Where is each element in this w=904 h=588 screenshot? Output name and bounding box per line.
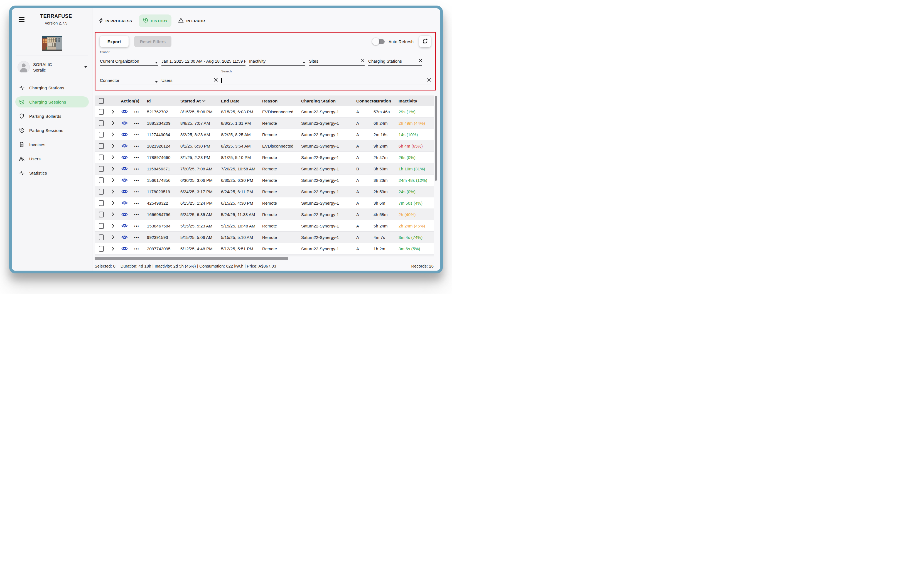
menu-icon[interactable]	[18, 16, 25, 23]
users-field[interactable]: Users	[161, 74, 218, 85]
connector-select[interactable]: Connector	[100, 74, 158, 85]
expand-row-button[interactable]	[107, 190, 120, 193]
organization-selector[interactable]: SORALIC Soralic	[15, 58, 89, 76]
row-checkbox[interactable]	[95, 166, 107, 172]
search-input[interactable]: Search	[221, 74, 431, 85]
table-row: ••• 1538467584 5/15/25, 5:23 AM 5/15/25,…	[95, 220, 434, 231]
eye-icon[interactable]	[120, 144, 132, 148]
duration: 6h 24m	[372, 121, 397, 126]
date-range-field[interactable]: Jan 1, 2025 12:00 AM - Aug 18, 2025 11:5…	[161, 55, 245, 66]
row-checkbox[interactable]	[95, 143, 107, 149]
row-menu-button[interactable]: •••	[132, 133, 146, 137]
row-menu-button[interactable]: •••	[132, 247, 146, 251]
expand-row-button[interactable]	[107, 212, 120, 217]
row-menu-button[interactable]: •••	[132, 212, 146, 217]
row-checkbox[interactable]	[95, 223, 107, 229]
row-checkbox[interactable]	[95, 120, 107, 126]
row-menu-button[interactable]: •••	[132, 155, 146, 160]
expand-row-button[interactable]	[107, 144, 120, 148]
end-date: 5/12/25, 5:51 PM	[220, 247, 261, 251]
connector: A	[355, 144, 372, 149]
row-menu-button[interactable]: •••	[132, 201, 146, 205]
charging-stations-value: Charging Stations	[368, 59, 402, 63]
owner-select[interactable]: Owner Current Organization	[100, 55, 158, 66]
expand-row-button[interactable]	[107, 224, 120, 228]
tab-history[interactable]: HISTORY	[139, 14, 172, 27]
row-checkbox[interactable]	[95, 177, 107, 183]
expand-row-button[interactable]	[107, 155, 120, 159]
clear-icon[interactable]	[425, 77, 431, 83]
eye-icon[interactable]	[120, 247, 132, 251]
eye-icon[interactable]	[120, 121, 132, 125]
column-header-started-at[interactable]: Started At	[179, 98, 220, 103]
horizontal-scrollbar[interactable]	[95, 257, 288, 260]
row-menu-button[interactable]: •••	[132, 190, 146, 194]
organization-subname: Soralic	[33, 68, 81, 73]
row-checkbox[interactable]	[95, 189, 107, 194]
eye-icon[interactable]	[120, 166, 132, 171]
eye-icon[interactable]	[120, 212, 132, 217]
row-menu-button[interactable]: •••	[132, 110, 146, 114]
auto-refresh-toggle[interactable]	[373, 39, 385, 44]
sidebar-item-invoices[interactable]: Invoices	[15, 139, 89, 150]
auto-refresh-label: Auto Refresh	[389, 39, 414, 44]
reason: Remote	[261, 224, 300, 228]
select-all-checkbox[interactable]	[95, 98, 107, 104]
sidebar-item-charging-stations[interactable]: Charging Stations	[15, 82, 89, 93]
end-date: 8/1/25, 5:10 PM	[220, 155, 261, 160]
sidebar-item-statistics[interactable]: Statistics	[15, 168, 89, 179]
connector: A	[355, 224, 372, 228]
row-checkbox[interactable]	[95, 155, 107, 160]
expand-row-button[interactable]	[107, 178, 120, 182]
eye-icon[interactable]	[120, 155, 132, 160]
expand-row-button[interactable]	[107, 110, 120, 114]
sidebar-item-users[interactable]: Users	[15, 153, 89, 164]
expand-row-button[interactable]	[107, 247, 120, 251]
expand-row-button[interactable]	[107, 121, 120, 125]
export-button[interactable]: Export	[100, 36, 129, 47]
sort-chevron-icon	[202, 100, 205, 102]
row-menu-button[interactable]: •••	[132, 178, 146, 182]
charging-station: Saturn22-Synergy-1	[300, 166, 355, 171]
eye-icon[interactable]	[120, 201, 132, 205]
eye-icon[interactable]	[120, 224, 132, 228]
tab-in-progress[interactable]: IN PROGRESS	[95, 15, 136, 27]
sidebar-item-parking-sessions[interactable]: Parking Sessions	[15, 125, 89, 136]
row-checkbox[interactable]	[95, 200, 107, 206]
sidebar-item-label: Users	[29, 156, 41, 161]
row-menu-button[interactable]: •••	[132, 121, 146, 125]
sidebar-item-charging-sessions[interactable]: Charging Sessions	[15, 96, 89, 107]
row-checkbox[interactable]	[95, 234, 107, 240]
clear-icon[interactable]	[417, 58, 422, 63]
charging-station: Saturn22-Synergy-1	[300, 121, 355, 126]
eye-icon[interactable]	[120, 109, 132, 114]
document-icon	[19, 141, 25, 147]
sidebar-item-parking-bollards[interactable]: Parking Bollards	[15, 111, 89, 122]
expand-row-button[interactable]	[107, 167, 120, 171]
row-menu-button[interactable]: •••	[132, 224, 146, 228]
row-checkbox[interactable]	[95, 246, 107, 252]
expand-row-button[interactable]	[107, 133, 120, 136]
started-at: 8/15/25, 5:06 PM	[179, 109, 220, 114]
inactivity-select[interactable]: Inactivity	[249, 55, 305, 66]
eye-icon[interactable]	[120, 132, 132, 137]
clear-icon[interactable]	[359, 58, 365, 63]
expand-row-button[interactable]	[107, 201, 120, 205]
row-checkbox[interactable]	[95, 212, 107, 217]
row-menu-button[interactable]: •••	[132, 167, 146, 171]
tab-in-error[interactable]: IN ERROR	[174, 15, 209, 27]
eye-icon[interactable]	[120, 178, 132, 182]
reason: Remote	[261, 201, 300, 205]
sites-field[interactable]: Sites	[309, 55, 365, 66]
clear-icon[interactable]	[212, 77, 218, 83]
row-checkbox[interactable]	[95, 132, 107, 138]
expand-row-button[interactable]	[107, 235, 120, 239]
row-checkbox[interactable]	[95, 109, 107, 115]
eye-icon[interactable]	[120, 235, 132, 239]
row-menu-button[interactable]: •••	[132, 144, 146, 148]
refresh-button[interactable]	[419, 36, 431, 47]
row-menu-button[interactable]: •••	[132, 235, 146, 239]
eye-icon[interactable]	[120, 189, 132, 194]
vertical-scrollbar[interactable]	[435, 96, 437, 181]
charging-stations-field[interactable]: Charging Stations	[368, 55, 422, 66]
